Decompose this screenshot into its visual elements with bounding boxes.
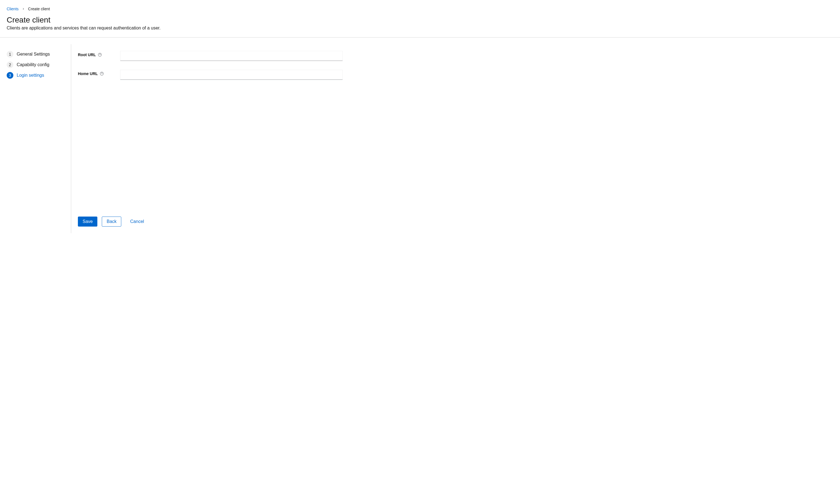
page-title: Create client bbox=[7, 16, 833, 24]
breadcrumb-link-clients[interactable]: Clients bbox=[7, 7, 19, 11]
form-fields: Root URL Home URL bbox=[78, 51, 833, 210]
wizard-nav: 1 General Settings 2 Capability config 3… bbox=[0, 44, 71, 233]
save-button[interactable]: Save bbox=[78, 217, 97, 227]
wizard-content: Root URL Home URL bbox=[71, 44, 840, 233]
wizard-step-login-settings[interactable]: 3 Login settings bbox=[7, 72, 64, 79]
root-url-label: Root URL bbox=[78, 53, 96, 57]
step-number-3: 3 bbox=[7, 72, 13, 79]
form-row-root-url: Root URL bbox=[78, 51, 833, 61]
breadcrumb-current: Create client bbox=[28, 7, 50, 11]
step-number-1: 1 bbox=[7, 51, 13, 57]
step-label-login-settings: Login settings bbox=[17, 73, 44, 78]
home-url-label: Home URL bbox=[78, 71, 98, 76]
chevron-right-icon bbox=[22, 7, 25, 10]
help-icon[interactable] bbox=[100, 71, 104, 76]
wizard-step-capability-config[interactable]: 2 Capability config bbox=[7, 61, 64, 68]
cancel-button[interactable]: Cancel bbox=[126, 217, 148, 226]
back-button[interactable]: Back bbox=[102, 217, 121, 227]
wizard-step-general-settings[interactable]: 1 General Settings bbox=[7, 51, 64, 57]
home-url-input[interactable] bbox=[120, 70, 343, 80]
breadcrumb: Clients Create client bbox=[7, 7, 833, 11]
form-row-home-url: Home URL bbox=[78, 70, 833, 80]
step-label-general-settings: General Settings bbox=[17, 52, 50, 57]
button-row: Save Back Cancel bbox=[78, 210, 833, 227]
step-number-2: 2 bbox=[7, 61, 13, 68]
root-url-input[interactable] bbox=[120, 51, 343, 61]
wizard-container: 1 General Settings 2 Capability config 3… bbox=[0, 38, 840, 233]
page-description: Clients are applications and services th… bbox=[7, 25, 833, 31]
help-icon[interactable] bbox=[98, 53, 102, 57]
step-label-capability-config: Capability config bbox=[17, 62, 49, 67]
